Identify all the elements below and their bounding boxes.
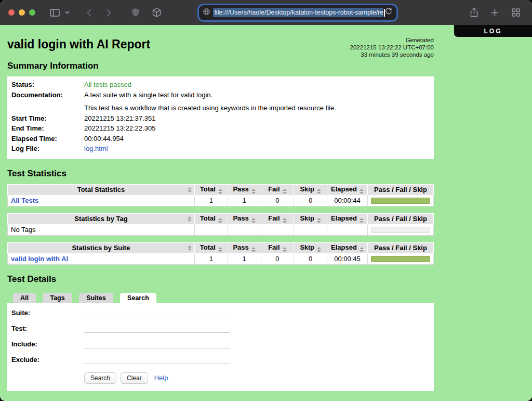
- tab-all[interactable]: All: [13, 293, 36, 303]
- url-text[interactable]: file:///Users/haole/Desktop/katalon-test…: [213, 8, 383, 17]
- help-link[interactable]: Help: [154, 374, 168, 382]
- column-header-elapsed[interactable]: Elapsed: [327, 184, 368, 195]
- sort-icon[interactable]: [360, 189, 364, 194]
- sort-icon[interactable]: [283, 218, 287, 223]
- column-header-skip[interactable]: Skip: [294, 213, 327, 224]
- address-bar[interactable]: file:///Users/haole/Desktop/katalon-test…: [199, 5, 396, 20]
- summary-row-documentation: Documentation: A test suite with a singl…: [11, 90, 430, 113]
- sidebar-toggle-icon[interactable]: [47, 5, 62, 20]
- sort-icon[interactable]: [251, 218, 256, 223]
- globe-icon: [203, 8, 210, 17]
- sidebar-chevron-down-icon[interactable]: [62, 5, 72, 20]
- table-header-row: Total Statistics Total Pass Fail Skip El…: [8, 184, 434, 195]
- test-input[interactable]: [84, 323, 230, 333]
- new-tab-icon[interactable]: [487, 5, 503, 20]
- window-controls: [8, 9, 35, 16]
- sort-icon[interactable]: [317, 189, 321, 194]
- summary-row-start-time: Start Time: 20221215 13:21:37.351: [11, 113, 430, 124]
- sort-icon[interactable]: [251, 189, 256, 194]
- suite-field-label: Suite:: [11, 307, 84, 318]
- column-header-total[interactable]: Total: [194, 213, 228, 224]
- close-window-button[interactable]: [8, 9, 15, 16]
- back-button[interactable]: [81, 5, 97, 20]
- documentation-value: A test suite with a single test for vali…: [84, 90, 336, 113]
- sort-icon[interactable]: [317, 247, 321, 252]
- summary-row-elapsed-time: Elapsed Time: 00:00:44.954: [11, 134, 430, 144]
- forward-button[interactable]: [101, 5, 116, 20]
- log-file-link[interactable]: log.html: [84, 144, 108, 154]
- tab-overview-icon[interactable]: [508, 5, 524, 20]
- clear-button[interactable]: Clear: [121, 372, 148, 384]
- column-header-total-statistics[interactable]: Total Statistics: [8, 184, 195, 195]
- generated-label: Generated: [350, 36, 434, 44]
- column-header-elapsed[interactable]: Elapsed: [327, 213, 368, 224]
- sort-icon[interactable]: [317, 218, 321, 223]
- pass-fail-skip-bar: [371, 227, 430, 233]
- pass-value: 1: [228, 253, 261, 264]
- log-button[interactable]: LOG: [454, 25, 532, 37]
- column-header-pass[interactable]: Pass: [228, 184, 261, 195]
- column-header-pass[interactable]: Pass: [228, 213, 261, 224]
- summary-row-status: Status: All tests passed: [11, 80, 430, 90]
- tab-suites[interactable]: Suites: [79, 293, 113, 303]
- total-value: 1: [194, 195, 228, 206]
- table-row: No Tags: [8, 224, 434, 235]
- column-header-statistics-by-tag[interactable]: Statistics by Tag: [8, 213, 195, 224]
- sort-icon[interactable]: [218, 247, 222, 252]
- status-label: Status:: [11, 80, 84, 90]
- generated-ago: 33 minutes 39 seconds ago: [350, 51, 434, 58]
- zoom-window-button[interactable]: [29, 9, 35, 16]
- sort-icon[interactable]: [218, 189, 222, 194]
- sort-icon[interactable]: [360, 247, 364, 252]
- elapsed-time-label: Elapsed Time:: [11, 134, 84, 144]
- summary-row-end-time: End Time: 20221215 13:22:22.305: [11, 123, 430, 134]
- include-input[interactable]: [84, 339, 230, 348]
- extensions-cube-icon[interactable]: [149, 5, 164, 20]
- reload-icon[interactable]: [385, 8, 392, 17]
- summary-row-log-file: Log File: log.html: [11, 144, 430, 154]
- total-statistics-table: Total Statistics Total Pass Fail Skip El…: [7, 184, 434, 206]
- tab-tags[interactable]: Tags: [43, 293, 72, 303]
- column-header-total[interactable]: Total: [194, 184, 228, 195]
- fail-value: 0: [261, 195, 294, 206]
- form-row-include: Include:: [11, 339, 430, 350]
- suite-link[interactable]: valid login with AI: [11, 255, 68, 263]
- form-row-exclude: Exclude:: [11, 354, 430, 365]
- privacy-shield-icon[interactable]: [128, 5, 143, 20]
- graph-cell: [367, 195, 433, 206]
- column-header-skip[interactable]: Skip: [294, 242, 327, 253]
- minimize-window-button[interactable]: [19, 9, 25, 16]
- sort-icon[interactable]: [218, 218, 222, 223]
- skip-value: [294, 224, 327, 235]
- sort-icon[interactable]: [251, 247, 256, 252]
- sort-icon[interactable]: [283, 189, 287, 194]
- all-tests-link[interactable]: All Tests: [11, 197, 38, 204]
- column-header-fail[interactable]: Fail: [261, 184, 294, 195]
- sort-icon[interactable]: [360, 218, 364, 223]
- column-header-skip[interactable]: Skip: [294, 184, 327, 195]
- column-header-statistics-by-suite[interactable]: Statistics by Suite: [8, 242, 195, 253]
- documentation-label: Documentation:: [11, 90, 84, 113]
- exclude-input[interactable]: [84, 354, 230, 364]
- sort-icon[interactable]: [188, 245, 192, 251]
- documentation-paragraph-2: This test has a workflow that is created…: [84, 103, 336, 113]
- report-page: LOG valid login with AI Report Generated…: [0, 25, 532, 401]
- sort-icon[interactable]: [188, 187, 192, 192]
- column-header-fail[interactable]: Fail: [261, 242, 294, 253]
- table-row: valid login with AI 1 1 0 0 00:00:45: [8, 253, 434, 264]
- share-icon[interactable]: [467, 5, 482, 20]
- column-header-pass[interactable]: Pass: [228, 242, 261, 253]
- column-header-total[interactable]: Total: [194, 242, 228, 253]
- statistics-heading: Test Statistics: [7, 169, 532, 179]
- column-header-elapsed[interactable]: Elapsed: [327, 242, 368, 253]
- column-header-fail[interactable]: Fail: [261, 213, 294, 224]
- generated-timestamp: 20221215 13:22:22 UTC+07:00: [350, 44, 434, 51]
- elapsed-value: [327, 224, 368, 235]
- sort-icon[interactable]: [283, 247, 287, 252]
- search-button[interactable]: Search: [84, 372, 116, 384]
- sort-icon[interactable]: [188, 216, 192, 222]
- browser-toolbar: file:///Users/haole/Desktop/katalon-test…: [0, 0, 532, 25]
- suite-input[interactable]: [84, 307, 230, 317]
- column-header-graph: Pass / Fail / Skip: [367, 242, 433, 253]
- tab-search[interactable]: Search: [120, 293, 156, 303]
